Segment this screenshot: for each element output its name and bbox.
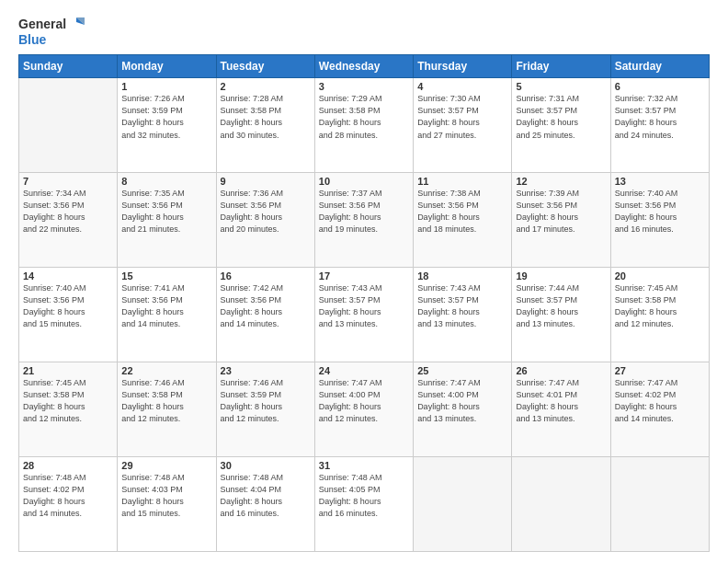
- calendar-header-wednesday: Wednesday: [314, 55, 413, 78]
- day-number: 17: [319, 270, 409, 282]
- day-number: 28: [23, 460, 113, 471]
- calendar-week-5: 28Sunrise: 7:48 AM Sunset: 4:02 PM Dayli…: [19, 457, 710, 552]
- day-info: Sunrise: 7:43 AM Sunset: 3:57 PM Dayligh…: [417, 282, 507, 330]
- day-number: 8: [121, 176, 211, 187]
- calendar-cell: 2Sunrise: 7:28 AM Sunset: 3:58 PM Daylig…: [216, 78, 314, 173]
- day-info: Sunrise: 7:40 AM Sunset: 3:56 PM Dayligh…: [23, 282, 113, 330]
- calendar-cell: 22Sunrise: 7:46 AM Sunset: 3:58 PM Dayli…: [118, 362, 216, 457]
- calendar-header-monday: Monday: [118, 55, 216, 78]
- calendar-week-4: 21Sunrise: 7:45 AM Sunset: 3:58 PM Dayli…: [19, 362, 710, 457]
- day-info: Sunrise: 7:46 AM Sunset: 3:58 PM Dayligh…: [121, 377, 211, 425]
- day-info: Sunrise: 7:34 AM Sunset: 3:56 PM Dayligh…: [23, 188, 113, 236]
- day-number: 3: [319, 81, 409, 92]
- day-number: 29: [121, 460, 211, 471]
- day-number: 30: [221, 460, 311, 471]
- day-number: 31: [319, 460, 409, 471]
- day-info: Sunrise: 7:39 AM Sunset: 3:56 PM Dayligh…: [516, 188, 606, 236]
- day-info: Sunrise: 7:35 AM Sunset: 3:56 PM Dayligh…: [121, 188, 211, 236]
- day-info: Sunrise: 7:28 AM Sunset: 3:58 PM Dayligh…: [221, 93, 311, 141]
- calendar-cell: 4Sunrise: 7:30 AM Sunset: 3:57 PM Daylig…: [414, 78, 512, 173]
- day-number: 23: [221, 365, 311, 376]
- calendar-cell: 10Sunrise: 7:37 AM Sunset: 3:56 PM Dayli…: [314, 173, 413, 268]
- day-number: 7: [23, 176, 113, 187]
- calendar-cell: 31Sunrise: 7:48 AM Sunset: 4:05 PM Dayli…: [314, 457, 413, 552]
- day-info: Sunrise: 7:45 AM Sunset: 3:58 PM Dayligh…: [615, 282, 705, 330]
- day-number: 11: [417, 176, 507, 187]
- day-number: 13: [615, 176, 705, 187]
- day-number: 20: [615, 270, 705, 282]
- calendar-cell: 16Sunrise: 7:42 AM Sunset: 3:56 PM Dayli…: [216, 268, 314, 362]
- day-info: Sunrise: 7:43 AM Sunset: 3:57 PM Dayligh…: [319, 282, 409, 330]
- calendar-cell: [512, 457, 610, 552]
- calendar-cell: 7Sunrise: 7:34 AM Sunset: 3:56 PM Daylig…: [19, 173, 118, 268]
- calendar-cell: 9Sunrise: 7:36 AM Sunset: 3:56 PM Daylig…: [216, 173, 314, 268]
- day-info: Sunrise: 7:37 AM Sunset: 3:56 PM Dayligh…: [319, 188, 409, 236]
- day-number: 18: [417, 270, 507, 282]
- day-info: Sunrise: 7:44 AM Sunset: 3:57 PM Dayligh…: [516, 282, 606, 330]
- calendar-header-saturday: Saturday: [610, 55, 709, 78]
- calendar-cell: 11Sunrise: 7:38 AM Sunset: 3:56 PM Dayli…: [414, 173, 512, 268]
- day-info: Sunrise: 7:47 AM Sunset: 4:00 PM Dayligh…: [417, 377, 507, 425]
- day-number: 16: [221, 270, 311, 282]
- day-number: 14: [23, 270, 113, 282]
- day-info: Sunrise: 7:42 AM Sunset: 3:56 PM Dayligh…: [221, 282, 311, 330]
- day-number: 5: [516, 81, 606, 92]
- day-info: Sunrise: 7:32 AM Sunset: 3:57 PM Dayligh…: [615, 93, 705, 141]
- calendar-cell: [414, 457, 512, 552]
- day-number: 10: [319, 176, 409, 187]
- calendar-cell: 30Sunrise: 7:48 AM Sunset: 4:04 PM Dayli…: [216, 457, 314, 552]
- logo: General Blue: [18, 17, 85, 47]
- calendar-cell: 12Sunrise: 7:39 AM Sunset: 3:56 PM Dayli…: [512, 173, 610, 268]
- calendar-cell: 25Sunrise: 7:47 AM Sunset: 4:00 PM Dayli…: [414, 362, 512, 457]
- calendar-header-friday: Friday: [512, 55, 610, 78]
- day-number: 15: [121, 270, 211, 282]
- calendar-header-tuesday: Tuesday: [216, 55, 314, 78]
- calendar-cell: 29Sunrise: 7:48 AM Sunset: 4:03 PM Dayli…: [118, 457, 216, 552]
- day-number: 2: [221, 81, 311, 92]
- calendar-cell: 13Sunrise: 7:40 AM Sunset: 3:56 PM Dayli…: [610, 173, 709, 268]
- day-info: Sunrise: 7:29 AM Sunset: 3:58 PM Dayligh…: [319, 93, 409, 141]
- calendar-cell: 6Sunrise: 7:32 AM Sunset: 3:57 PM Daylig…: [610, 78, 709, 173]
- day-number: 19: [516, 270, 606, 282]
- calendar-cell: 15Sunrise: 7:41 AM Sunset: 3:56 PM Dayli…: [118, 268, 216, 362]
- calendar-cell: 20Sunrise: 7:45 AM Sunset: 3:58 PM Dayli…: [610, 268, 709, 362]
- calendar-header-row: SundayMondayTuesdayWednesdayThursdayFrid…: [19, 55, 710, 78]
- logo-bird-icon: [68, 17, 85, 33]
- calendar-cell: 26Sunrise: 7:47 AM Sunset: 4:01 PM Dayli…: [512, 362, 610, 457]
- day-number: 4: [417, 81, 507, 92]
- calendar-cell: 3Sunrise: 7:29 AM Sunset: 3:58 PM Daylig…: [314, 78, 413, 173]
- calendar-cell: 24Sunrise: 7:47 AM Sunset: 4:00 PM Dayli…: [314, 362, 413, 457]
- day-info: Sunrise: 7:47 AM Sunset: 4:00 PM Dayligh…: [319, 377, 409, 425]
- calendar-header-thursday: Thursday: [414, 55, 512, 78]
- page-header: General Blue: [18, 17, 710, 47]
- calendar-cell: 27Sunrise: 7:47 AM Sunset: 4:02 PM Dayli…: [610, 362, 709, 457]
- day-number: 22: [121, 365, 211, 376]
- day-number: 26: [516, 365, 606, 376]
- calendar-cell: [610, 457, 709, 552]
- day-number: 12: [516, 176, 606, 187]
- day-info: Sunrise: 7:46 AM Sunset: 3:59 PM Dayligh…: [221, 377, 311, 425]
- day-number: 25: [417, 365, 507, 376]
- logo-general-text: General: [18, 17, 66, 31]
- day-info: Sunrise: 7:45 AM Sunset: 3:58 PM Dayligh…: [23, 377, 113, 425]
- day-info: Sunrise: 7:31 AM Sunset: 3:57 PM Dayligh…: [516, 93, 606, 141]
- calendar-cell: 21Sunrise: 7:45 AM Sunset: 3:58 PM Dayli…: [19, 362, 118, 457]
- day-info: Sunrise: 7:48 AM Sunset: 4:03 PM Dayligh…: [121, 472, 211, 520]
- day-info: Sunrise: 7:36 AM Sunset: 3:56 PM Dayligh…: [221, 188, 311, 236]
- calendar-cell: 14Sunrise: 7:40 AM Sunset: 3:56 PM Dayli…: [19, 268, 118, 362]
- calendar-week-1: 1Sunrise: 7:26 AM Sunset: 3:59 PM Daylig…: [19, 78, 710, 173]
- calendar-week-3: 14Sunrise: 7:40 AM Sunset: 3:56 PM Dayli…: [19, 268, 710, 362]
- calendar-page: General Blue SundayMondayTuesdayWednesda…: [0, 0, 728, 563]
- day-info: Sunrise: 7:47 AM Sunset: 4:01 PM Dayligh…: [516, 377, 606, 425]
- logo-blue-text: Blue: [18, 33, 46, 47]
- day-info: Sunrise: 7:30 AM Sunset: 3:57 PM Dayligh…: [417, 93, 507, 141]
- day-info: Sunrise: 7:41 AM Sunset: 3:56 PM Dayligh…: [121, 282, 211, 330]
- calendar-cell: [19, 78, 118, 173]
- day-number: 24: [319, 365, 409, 376]
- calendar-cell: 17Sunrise: 7:43 AM Sunset: 3:57 PM Dayli…: [314, 268, 413, 362]
- day-info: Sunrise: 7:48 AM Sunset: 4:02 PM Dayligh…: [23, 472, 113, 520]
- calendar-cell: 5Sunrise: 7:31 AM Sunset: 3:57 PM Daylig…: [512, 78, 610, 173]
- day-info: Sunrise: 7:26 AM Sunset: 3:59 PM Dayligh…: [121, 93, 211, 141]
- day-number: 6: [615, 81, 705, 92]
- day-number: 21: [23, 365, 113, 376]
